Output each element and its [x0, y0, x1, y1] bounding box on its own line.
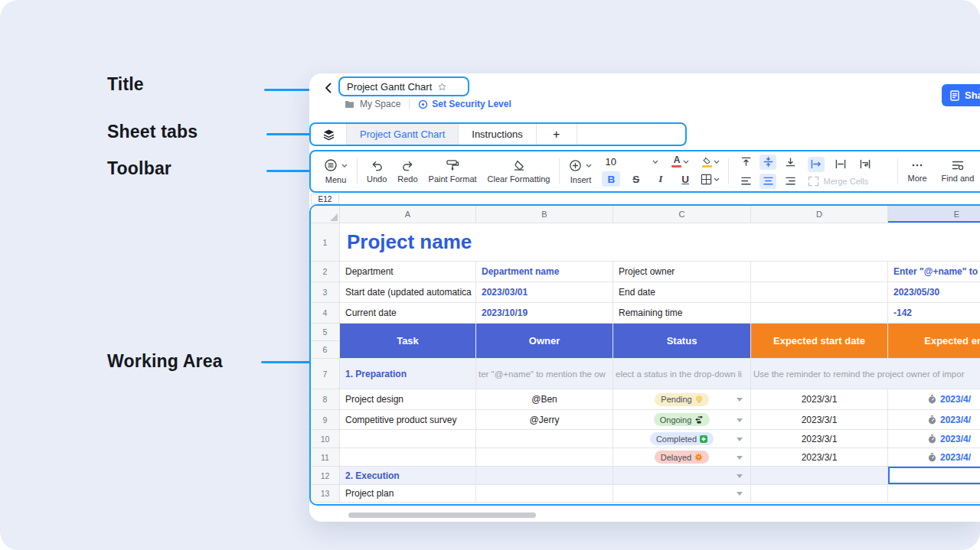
- cell-c7-hint[interactable]: elect a status in the drop-down li: [613, 359, 751, 389]
- clip-text-button[interactable]: [832, 157, 849, 172]
- cell-a10[interactable]: [340, 430, 476, 448]
- table-header-status[interactable]: Status: [613, 324, 751, 359]
- clear-formatting-button[interactable]: Clear Formatting: [482, 159, 556, 184]
- column-header-a[interactable]: A: [340, 206, 476, 223]
- font-color-button[interactable]: A: [671, 156, 689, 168]
- column-header-e[interactable]: E: [888, 206, 980, 223]
- cell-c2[interactable]: Project owner: [613, 262, 751, 282]
- fill-color-button[interactable]: [702, 157, 720, 168]
- wrap-text-button[interactable]: [857, 157, 874, 172]
- align-middle-button[interactable]: [760, 155, 776, 170]
- column-header-c[interactable]: C: [613, 206, 751, 223]
- row-header-5[interactable]: 5: [311, 324, 340, 341]
- table-header-expected-start[interactable]: Expected start date: [751, 324, 888, 359]
- cell-d8-start[interactable]: 2023/3/1: [751, 389, 888, 410]
- status-dropdown-arrow[interactable]: [737, 492, 743, 496]
- borders-button[interactable]: [701, 171, 720, 187]
- status-dropdown-arrow[interactable]: [737, 456, 743, 460]
- sheet-list-icon[interactable]: [311, 124, 346, 145]
- cell-a2[interactable]: Department: [340, 262, 476, 282]
- more-button[interactable]: More: [902, 160, 932, 183]
- row-header-11[interactable]: 11: [311, 448, 340, 467]
- cell-b7-hint[interactable]: ter "@+name" to mention the ow: [476, 359, 613, 389]
- cell-d4[interactable]: [751, 303, 888, 324]
- cell-e4[interactable]: -142: [888, 303, 980, 324]
- row-header-8[interactable]: 8: [311, 389, 340, 410]
- row-header-12[interactable]: 12: [311, 467, 340, 485]
- overflow-text-button[interactable]: [808, 157, 825, 172]
- cell-d10-start[interactable]: 2023/3/1: [751, 430, 888, 448]
- row-header-1[interactable]: 1: [311, 223, 340, 262]
- font-size-select[interactable]: 10: [602, 156, 658, 168]
- undo-button[interactable]: Undo: [361, 159, 392, 184]
- cell-c10-status[interactable]: Completed: [613, 430, 751, 448]
- doc-title-box[interactable]: Project Gantt Chart: [338, 76, 469, 96]
- cell-e8-end[interactable]: 2023/4/: [888, 389, 980, 410]
- cell-b8-owner[interactable]: @Ben: [476, 389, 613, 410]
- cell-c13-status[interactable]: [613, 485, 751, 503]
- select-all-corner[interactable]: [311, 206, 340, 223]
- cell-a7-section[interactable]: 1. Preparation: [340, 359, 476, 389]
- share-button[interactable]: Share: [942, 84, 980, 106]
- cell-e10-end[interactable]: 2023/4/: [888, 430, 980, 448]
- row-header-9[interactable]: 9: [311, 410, 340, 430]
- cell-a4[interactable]: Current date: [340, 303, 476, 324]
- align-center-button[interactable]: [760, 174, 776, 189]
- row-header-2[interactable]: 2: [311, 262, 340, 282]
- cell-b9-owner[interactable]: @Jerry: [476, 410, 613, 430]
- cell-reference-box[interactable]: E12: [311, 194, 339, 204]
- cell-c8-status[interactable]: Pending: [613, 389, 751, 410]
- breadcrumb-label[interactable]: My Space: [360, 99, 400, 109]
- status-dropdown-arrow[interactable]: [737, 398, 743, 402]
- table-header-expected-end[interactable]: Expected end: [888, 324, 980, 359]
- cell-b4[interactable]: 2023/10/19: [476, 303, 613, 324]
- set-security-level-link[interactable]: Set Security Level: [418, 99, 511, 109]
- cell-b2[interactable]: Department name: [476, 262, 613, 282]
- cell-b13[interactable]: [476, 485, 613, 503]
- cell-d3[interactable]: [751, 282, 888, 303]
- cell-e13[interactable]: [888, 485, 980, 503]
- column-header-b[interactable]: B: [476, 206, 613, 223]
- cell-d11-start[interactable]: 2023/3/1: [751, 448, 888, 467]
- status-dropdown-arrow[interactable]: [737, 474, 743, 478]
- tab-project-gantt-chart[interactable]: Project Gantt Chart: [347, 124, 458, 145]
- cell-a8-task[interactable]: Project design: [340, 389, 476, 410]
- cell-a9-task[interactable]: Competitive product survey: [340, 410, 476, 430]
- status-dropdown-arrow[interactable]: [737, 438, 743, 441]
- align-bottom-button[interactable]: [782, 155, 799, 170]
- merge-cells-button[interactable]: Merge Cells: [808, 176, 889, 187]
- horizontal-scrollbar[interactable]: [348, 513, 536, 518]
- paint-format-button[interactable]: Paint Format: [423, 159, 482, 184]
- cell-a13-task[interactable]: Project plan: [340, 485, 476, 503]
- cell-a12-section[interactable]: 2. Execution: [340, 467, 476, 485]
- cell-d13[interactable]: [751, 485, 888, 503]
- cell-c4[interactable]: Remaining time: [613, 303, 751, 324]
- cell-d7-e7-hint[interactable]: Use the reminder to remind the project o…: [751, 359, 980, 389]
- cell-c12-status[interactable]: [613, 467, 751, 485]
- cell-a11[interactable]: [340, 448, 476, 467]
- menu-button[interactable]: Menu: [318, 158, 353, 184]
- cell-b12[interactable]: [476, 467, 613, 485]
- align-top-button[interactable]: [737, 155, 754, 170]
- italic-button[interactable]: I: [652, 171, 670, 187]
- strikethrough-button[interactable]: S: [627, 171, 645, 187]
- row-header-4[interactable]: 4: [311, 303, 340, 324]
- status-dropdown-arrow[interactable]: [737, 418, 743, 422]
- row-header-7[interactable]: 7: [311, 359, 340, 389]
- cell-e2[interactable]: Enter "@+name" to: [888, 262, 980, 282]
- underline-button[interactable]: U: [676, 171, 694, 187]
- cell-c3[interactable]: End date: [613, 282, 751, 303]
- back-button[interactable]: [322, 81, 335, 95]
- table-header-task[interactable]: Task: [340, 324, 476, 359]
- cell-e12-selected[interactable]: [888, 467, 980, 485]
- align-left-button[interactable]: [737, 174, 754, 189]
- cell-b10[interactable]: [476, 430, 613, 448]
- cell-e9-end[interactable]: 2023/4/: [888, 410, 980, 430]
- tab-instructions[interactable]: Instructions: [459, 124, 535, 145]
- cell-e3[interactable]: 2023/05/30: [888, 282, 980, 303]
- cell-e11-end[interactable]: 2023/4/: [888, 448, 980, 467]
- cell-b11[interactable]: [476, 448, 613, 467]
- row-header-6[interactable]: 6: [311, 341, 340, 359]
- column-header-d[interactable]: D: [751, 206, 888, 223]
- cell-b3[interactable]: 2023/03/01: [476, 282, 613, 303]
